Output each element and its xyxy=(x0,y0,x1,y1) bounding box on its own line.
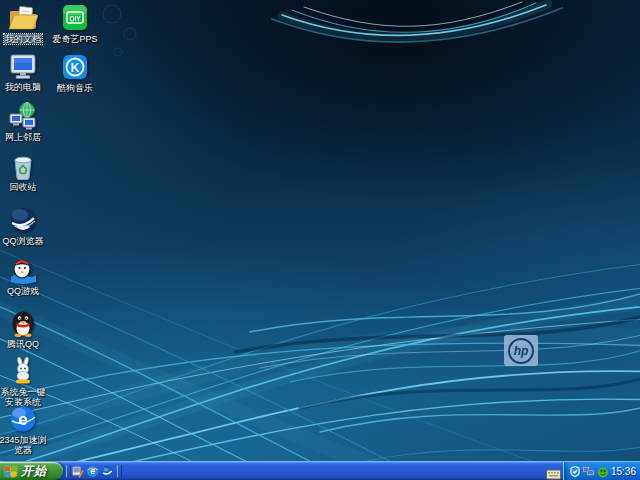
svg-text:e: e xyxy=(18,410,27,429)
taskbar: 开始 e xyxy=(0,461,640,480)
desktop-icon-qq-games[interactable]: QQ游戏 xyxy=(0,255,50,296)
system-rabbit-icon xyxy=(8,356,38,386)
desktop-icon-tencent-qq[interactable]: 腾讯QQ xyxy=(0,308,50,349)
desktop-icon-label: 我的电脑 xyxy=(4,82,42,92)
language-bar[interactable] xyxy=(546,466,561,477)
security-shield-icon xyxy=(569,465,581,478)
my-computer-icon xyxy=(8,51,38,81)
green-pet-tray-button[interactable] xyxy=(596,465,609,479)
desktop-icon-my-documents[interactable]: 我的文档 xyxy=(0,3,50,44)
desktop-icon-kugou-music[interactable]: K 酷狗音乐 xyxy=(48,52,102,93)
iqiyi-pps-icon: QIY xyxy=(60,3,90,33)
network-tray-button[interactable] xyxy=(582,465,595,479)
desktop-icon-label: 2345加速浏览器 xyxy=(0,435,50,455)
svg-text:K: K xyxy=(71,61,80,75)
qq-games-icon xyxy=(8,255,38,285)
desktop-icon-label: 我的文档 xyxy=(4,34,42,44)
network-icon xyxy=(582,466,595,477)
green-pet-icon xyxy=(597,466,609,478)
system-tray: 15:36 xyxy=(563,462,640,480)
desktop-icon-2345-browser[interactable]: e 2345加速浏览器 xyxy=(0,404,50,455)
tencent-qq-icon xyxy=(8,308,38,338)
desktop-icon-label: 爱奇艺PPS xyxy=(51,34,98,44)
hp-logo-ring: hp xyxy=(508,338,534,364)
desktop-icon-recycle-bin[interactable]: 回收站 xyxy=(0,151,50,192)
tray-clock[interactable]: 15:36 xyxy=(611,466,636,477)
desktop-icon-label: QQ游戏 xyxy=(6,286,40,296)
desktop-icon-label: 酷狗音乐 xyxy=(56,83,94,93)
internet-explorer-button[interactable]: e xyxy=(86,465,99,478)
desktop-icon-system-rabbit-installer[interactable]: 系统兔一键安装系统 xyxy=(0,356,50,407)
qq-browser-quicklaunch-button[interactable] xyxy=(101,465,114,478)
desktop-icon-label: QQ浏览器 xyxy=(1,236,44,246)
desktop-icon-label: 腾讯QQ xyxy=(6,339,40,349)
start-button[interactable]: 开始 xyxy=(0,462,63,480)
2345-browser-icon: e xyxy=(8,404,38,434)
taskbar-grip[interactable] xyxy=(117,465,122,477)
show-desktop-button[interactable] xyxy=(71,465,84,478)
qq-browser-icon xyxy=(101,465,114,478)
start-label: 开始 xyxy=(21,463,47,480)
recycle-bin-icon xyxy=(8,151,38,181)
svg-text:QIY: QIY xyxy=(69,15,81,23)
hp-logo-text: hp xyxy=(514,345,529,357)
qq-browser-icon xyxy=(8,205,38,235)
security-shield-tray-button[interactable] xyxy=(568,465,581,479)
hp-logo: hp xyxy=(504,335,538,366)
desktop-icon-label: 回收站 xyxy=(9,182,38,192)
desktop-icon-label: 网上邻居 xyxy=(4,132,42,142)
desktop-wallpaper[interactable]: hp 我的文档 xyxy=(0,0,640,461)
desktop-icon-my-computer[interactable]: 我的电脑 xyxy=(0,51,50,92)
keyboard-icon xyxy=(546,469,561,480)
show-desktop-icon xyxy=(71,465,84,478)
network-places-icon xyxy=(8,101,38,131)
screen: hp 我的文档 xyxy=(0,0,640,480)
windows-logo-icon xyxy=(4,465,18,478)
tray-divider xyxy=(563,462,564,480)
desktop-icon-qq-browser[interactable]: QQ浏览器 xyxy=(0,205,50,246)
desktop-icon-network-places[interactable]: 网上邻居 xyxy=(0,101,50,142)
desktop-icon-iqiyi-pps[interactable]: QIY 爱奇艺PPS xyxy=(48,3,102,44)
my-documents-icon xyxy=(8,3,38,33)
kugou-music-icon: K xyxy=(60,52,90,82)
internet-explorer-icon: e xyxy=(86,465,99,478)
